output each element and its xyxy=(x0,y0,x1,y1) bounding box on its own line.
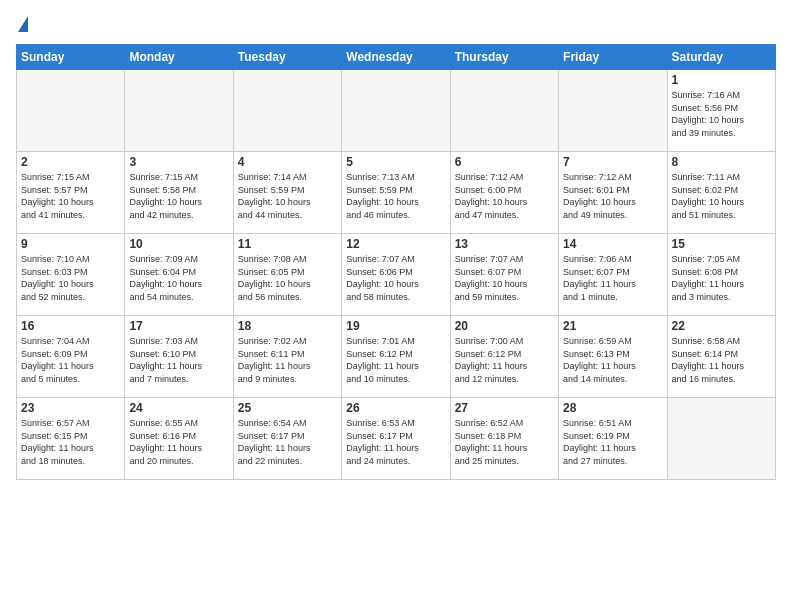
day-info: Sunrise: 6:53 AM Sunset: 6:17 PM Dayligh… xyxy=(346,417,445,467)
day-number: 14 xyxy=(563,237,662,251)
day-number: 3 xyxy=(129,155,228,169)
day-info: Sunrise: 7:06 AM Sunset: 6:07 PM Dayligh… xyxy=(563,253,662,303)
calendar-cell: 10Sunrise: 7:09 AM Sunset: 6:04 PM Dayli… xyxy=(125,234,233,316)
calendar-cell: 6Sunrise: 7:12 AM Sunset: 6:00 PM Daylig… xyxy=(450,152,558,234)
day-number: 15 xyxy=(672,237,771,251)
day-info: Sunrise: 7:07 AM Sunset: 6:06 PM Dayligh… xyxy=(346,253,445,303)
day-info: Sunrise: 7:13 AM Sunset: 5:59 PM Dayligh… xyxy=(346,171,445,221)
calendar-cell: 7Sunrise: 7:12 AM Sunset: 6:01 PM Daylig… xyxy=(559,152,667,234)
calendar-cell xyxy=(125,70,233,152)
day-number: 17 xyxy=(129,319,228,333)
calendar-cell xyxy=(17,70,125,152)
day-info: Sunrise: 7:04 AM Sunset: 6:09 PM Dayligh… xyxy=(21,335,120,385)
week-row-3: 9Sunrise: 7:10 AM Sunset: 6:03 PM Daylig… xyxy=(17,234,776,316)
day-info: Sunrise: 7:09 AM Sunset: 6:04 PM Dayligh… xyxy=(129,253,228,303)
calendar-cell: 13Sunrise: 7:07 AM Sunset: 6:07 PM Dayli… xyxy=(450,234,558,316)
logo-triangle-icon xyxy=(18,16,28,32)
day-info: Sunrise: 7:12 AM Sunset: 6:01 PM Dayligh… xyxy=(563,171,662,221)
calendar-cell: 18Sunrise: 7:02 AM Sunset: 6:11 PM Dayli… xyxy=(233,316,341,398)
weekday-header-monday: Monday xyxy=(125,45,233,70)
weekday-header-sunday: Sunday xyxy=(17,45,125,70)
day-number: 12 xyxy=(346,237,445,251)
calendar-cell xyxy=(450,70,558,152)
calendar-cell: 4Sunrise: 7:14 AM Sunset: 5:59 PM Daylig… xyxy=(233,152,341,234)
day-number: 8 xyxy=(672,155,771,169)
day-info: Sunrise: 6:57 AM Sunset: 6:15 PM Dayligh… xyxy=(21,417,120,467)
calendar-cell: 15Sunrise: 7:05 AM Sunset: 6:08 PM Dayli… xyxy=(667,234,775,316)
weekday-header-thursday: Thursday xyxy=(450,45,558,70)
calendar-cell: 11Sunrise: 7:08 AM Sunset: 6:05 PM Dayli… xyxy=(233,234,341,316)
calendar-cell: 16Sunrise: 7:04 AM Sunset: 6:09 PM Dayli… xyxy=(17,316,125,398)
day-info: Sunrise: 7:16 AM Sunset: 5:56 PM Dayligh… xyxy=(672,89,771,139)
page: SundayMondayTuesdayWednesdayThursdayFrid… xyxy=(0,0,792,488)
calendar-cell: 8Sunrise: 7:11 AM Sunset: 6:02 PM Daylig… xyxy=(667,152,775,234)
calendar-cell: 14Sunrise: 7:06 AM Sunset: 6:07 PM Dayli… xyxy=(559,234,667,316)
day-info: Sunrise: 7:00 AM Sunset: 6:12 PM Dayligh… xyxy=(455,335,554,385)
calendar-cell xyxy=(233,70,341,152)
calendar-cell: 23Sunrise: 6:57 AM Sunset: 6:15 PM Dayli… xyxy=(17,398,125,480)
day-number: 25 xyxy=(238,401,337,415)
calendar-cell: 3Sunrise: 7:15 AM Sunset: 5:58 PM Daylig… xyxy=(125,152,233,234)
day-number: 7 xyxy=(563,155,662,169)
day-number: 16 xyxy=(21,319,120,333)
calendar-cell xyxy=(667,398,775,480)
day-number: 10 xyxy=(129,237,228,251)
weekday-header-wednesday: Wednesday xyxy=(342,45,450,70)
calendar-cell: 20Sunrise: 7:00 AM Sunset: 6:12 PM Dayli… xyxy=(450,316,558,398)
calendar-cell: 17Sunrise: 7:03 AM Sunset: 6:10 PM Dayli… xyxy=(125,316,233,398)
day-number: 2 xyxy=(21,155,120,169)
calendar: SundayMondayTuesdayWednesdayThursdayFrid… xyxy=(16,44,776,480)
day-number: 21 xyxy=(563,319,662,333)
week-row-1: 1Sunrise: 7:16 AM Sunset: 5:56 PM Daylig… xyxy=(17,70,776,152)
day-info: Sunrise: 7:15 AM Sunset: 5:57 PM Dayligh… xyxy=(21,171,120,221)
header xyxy=(16,16,776,34)
calendar-cell: 22Sunrise: 6:58 AM Sunset: 6:14 PM Dayli… xyxy=(667,316,775,398)
weekday-header-friday: Friday xyxy=(559,45,667,70)
day-number: 24 xyxy=(129,401,228,415)
calendar-cell: 12Sunrise: 7:07 AM Sunset: 6:06 PM Dayli… xyxy=(342,234,450,316)
day-number: 23 xyxy=(21,401,120,415)
day-info: Sunrise: 6:59 AM Sunset: 6:13 PM Dayligh… xyxy=(563,335,662,385)
day-number: 28 xyxy=(563,401,662,415)
calendar-cell xyxy=(559,70,667,152)
logo xyxy=(16,16,28,34)
day-number: 9 xyxy=(21,237,120,251)
weekday-header-row: SundayMondayTuesdayWednesdayThursdayFrid… xyxy=(17,45,776,70)
week-row-2: 2Sunrise: 7:15 AM Sunset: 5:57 PM Daylig… xyxy=(17,152,776,234)
calendar-cell xyxy=(342,70,450,152)
day-number: 19 xyxy=(346,319,445,333)
day-number: 5 xyxy=(346,155,445,169)
calendar-cell: 1Sunrise: 7:16 AM Sunset: 5:56 PM Daylig… xyxy=(667,70,775,152)
day-info: Sunrise: 6:54 AM Sunset: 6:17 PM Dayligh… xyxy=(238,417,337,467)
calendar-cell: 25Sunrise: 6:54 AM Sunset: 6:17 PM Dayli… xyxy=(233,398,341,480)
day-number: 20 xyxy=(455,319,554,333)
calendar-cell: 27Sunrise: 6:52 AM Sunset: 6:18 PM Dayli… xyxy=(450,398,558,480)
weekday-header-tuesday: Tuesday xyxy=(233,45,341,70)
day-number: 4 xyxy=(238,155,337,169)
day-number: 27 xyxy=(455,401,554,415)
day-number: 26 xyxy=(346,401,445,415)
calendar-cell: 26Sunrise: 6:53 AM Sunset: 6:17 PM Dayli… xyxy=(342,398,450,480)
week-row-5: 23Sunrise: 6:57 AM Sunset: 6:15 PM Dayli… xyxy=(17,398,776,480)
calendar-cell: 21Sunrise: 6:59 AM Sunset: 6:13 PM Dayli… xyxy=(559,316,667,398)
day-number: 22 xyxy=(672,319,771,333)
day-info: Sunrise: 6:55 AM Sunset: 6:16 PM Dayligh… xyxy=(129,417,228,467)
day-info: Sunrise: 6:52 AM Sunset: 6:18 PM Dayligh… xyxy=(455,417,554,467)
day-info: Sunrise: 7:07 AM Sunset: 6:07 PM Dayligh… xyxy=(455,253,554,303)
day-info: Sunrise: 6:58 AM Sunset: 6:14 PM Dayligh… xyxy=(672,335,771,385)
day-info: Sunrise: 7:14 AM Sunset: 5:59 PM Dayligh… xyxy=(238,171,337,221)
day-number: 13 xyxy=(455,237,554,251)
day-info: Sunrise: 6:51 AM Sunset: 6:19 PM Dayligh… xyxy=(563,417,662,467)
day-info: Sunrise: 7:12 AM Sunset: 6:00 PM Dayligh… xyxy=(455,171,554,221)
calendar-cell: 28Sunrise: 6:51 AM Sunset: 6:19 PM Dayli… xyxy=(559,398,667,480)
weekday-header-saturday: Saturday xyxy=(667,45,775,70)
day-info: Sunrise: 7:10 AM Sunset: 6:03 PM Dayligh… xyxy=(21,253,120,303)
day-info: Sunrise: 7:01 AM Sunset: 6:12 PM Dayligh… xyxy=(346,335,445,385)
day-info: Sunrise: 7:15 AM Sunset: 5:58 PM Dayligh… xyxy=(129,171,228,221)
day-number: 6 xyxy=(455,155,554,169)
calendar-cell: 9Sunrise: 7:10 AM Sunset: 6:03 PM Daylig… xyxy=(17,234,125,316)
day-number: 18 xyxy=(238,319,337,333)
calendar-cell: 19Sunrise: 7:01 AM Sunset: 6:12 PM Dayli… xyxy=(342,316,450,398)
day-info: Sunrise: 7:11 AM Sunset: 6:02 PM Dayligh… xyxy=(672,171,771,221)
day-info: Sunrise: 7:03 AM Sunset: 6:10 PM Dayligh… xyxy=(129,335,228,385)
